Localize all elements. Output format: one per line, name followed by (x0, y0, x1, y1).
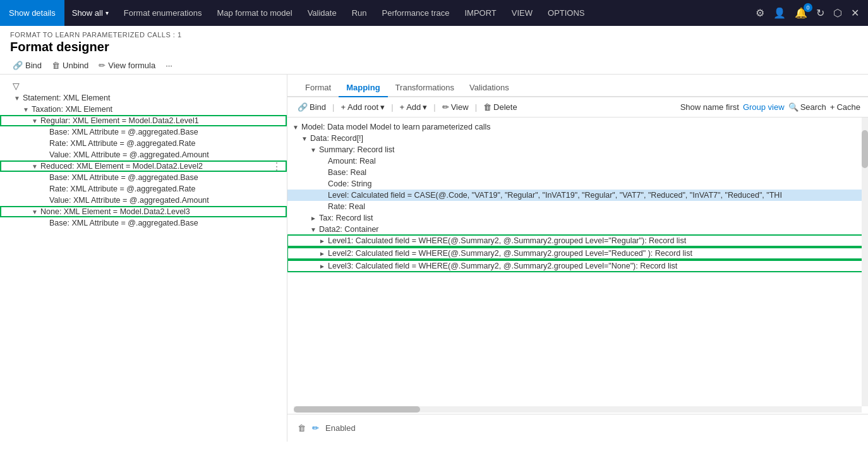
chevron-down-icon: ▾ (423, 102, 427, 112)
notification-icon[interactable]: 🔔 0 (792, 4, 810, 21)
tree-item-regular-base[interactable]: Base: XML Attribute = @.aggregated.Base (0, 126, 287, 138)
tree-item-reduced[interactable]: ▼ Reduced: XML Element = Model.Data2.Lev… (0, 160, 287, 172)
hscroll-thumb[interactable] (294, 406, 420, 413)
view-formula-button[interactable]: ✏ View formula (96, 59, 158, 71)
tab-transformations[interactable]: Transformations (388, 79, 462, 97)
toggle-icon (319, 169, 328, 176)
map-data[interactable]: ▼ Data: Record[!] (287, 133, 868, 144)
show-name-first-button[interactable]: Show name first (680, 102, 739, 112)
map-level2[interactable]: ► Level2: Calculated field = WHERE(@.Sum… (287, 248, 868, 259)
right-panel: Format Mapping Transformations Validatio… (287, 75, 868, 442)
user-icon[interactable]: 👤 (771, 4, 788, 21)
nav-performance-trace[interactable]: Performance trace (375, 0, 457, 26)
toggle-icon: ▼ (310, 226, 319, 233)
tree-item-none-base[interactable]: Base: XML Attribute = @.aggregated.Base (0, 217, 287, 229)
map-model[interactable]: ▼ Model: Data model Model to learn param… (287, 121, 868, 133)
toggle-icon (319, 203, 328, 210)
delete-status-icon[interactable]: 🗑 (298, 423, 306, 433)
settings-icon[interactable]: ⚙ (753, 4, 767, 21)
toggle-icon (40, 220, 49, 227)
tab-mapping[interactable]: Mapping (339, 79, 387, 97)
toggle-icon: ▼ (23, 106, 32, 113)
nav-view[interactable]: VIEW (504, 0, 540, 26)
toggle-icon: ▼ (301, 135, 310, 142)
tree-item-reduced-base[interactable]: Base: XML Attribute = @.aggregated.Base (0, 172, 287, 183)
delete-button[interactable]: 🗑 Delete (481, 101, 520, 113)
scrollbar-thumb[interactable] (862, 130, 868, 168)
horizontal-scrollbar[interactable] (294, 406, 862, 413)
trash-icon: 🗑 (483, 102, 491, 112)
map-level1[interactable]: ► Level1: Calculated field = WHERE(@.Sum… (287, 235, 868, 246)
nav-import[interactable]: IMPORT (457, 0, 503, 26)
tabs-bar: Format Mapping Transformations Validatio… (287, 75, 868, 97)
more-button[interactable]: ··· (163, 59, 175, 71)
chevron-down-icon: ▾ (105, 9, 109, 16)
map-level3[interactable]: ► Level3: Calculated field = WHERE(@.Sum… (287, 260, 868, 272)
show-details-button[interactable]: Show details (0, 0, 64, 26)
map-data2[interactable]: ▼ Data2: Container (287, 224, 868, 235)
row-action-icon[interactable]: ⋮ (272, 160, 282, 172)
breadcrumb: FORMAT TO LEARN PARAMETERIZED CALLS : 1 (0, 26, 868, 40)
nav-items: Show all ▾ Format enumerations Map forma… (64, 0, 753, 26)
format-toolbar: 🔗 Bind 🗑 Unbind ✏ View formula ··· (0, 57, 868, 75)
toggle-icon: ► (319, 238, 328, 245)
top-nav: Show details Show all ▾ Format enumerati… (0, 0, 868, 26)
view-button[interactable]: ✏ View (440, 101, 471, 113)
unbind-button[interactable]: 🗑 Unbind (49, 59, 91, 71)
group-view-button[interactable]: Group view (743, 102, 785, 112)
map-amount[interactable]: Amount: Real (287, 155, 868, 167)
tree-item-statement[interactable]: ▼ Statement: XML Element (0, 92, 287, 104)
bind-button[interactable]: 🔗 Bind (10, 59, 44, 71)
tree-item-reduced-value[interactable]: Value: XML Attribute = @.aggregated.Amou… (0, 195, 287, 206)
nav-run[interactable]: Run (344, 0, 375, 26)
nav-options[interactable]: OPTIONS (540, 0, 593, 26)
external-link-icon[interactable]: ⬡ (831, 4, 845, 21)
tree-item-regular-rate[interactable]: Rate: XML Attribute = @.aggregated.Rate (0, 138, 287, 149)
cache-button[interactable]: + Cache (830, 102, 860, 112)
refresh-icon[interactable]: ↻ (814, 4, 827, 21)
map-level[interactable]: Level: Calculated field = CASE(@.Code, "… (287, 190, 868, 201)
tree-item-reduced-rate[interactable]: Rate: XML Attribute = @.aggregated.Rate (0, 183, 287, 195)
toggle-icon: ▼ (32, 208, 40, 215)
filter-icon[interactable]: ▽ (13, 81, 20, 91)
bottom-bar: 🗑 ✏ Enabled (287, 414, 868, 442)
left-panel: ▽ ▼ Statement: XML Element ▼ Taxation: X… (0, 75, 287, 442)
toggle-icon (40, 140, 49, 147)
map-base[interactable]: Base: Real (287, 167, 868, 178)
tree-item-none[interactable]: ▼ None: XML Element = Model.Data2.Level3 (0, 206, 287, 217)
plus-icon: + (830, 102, 835, 112)
nav-format-enumerations[interactable]: Format enumerations (116, 0, 210, 26)
add-root-button[interactable]: + Add root ▾ (338, 101, 387, 113)
toggle-icon (40, 129, 49, 136)
tab-validations[interactable]: Validations (462, 79, 517, 97)
plus-icon: + (341, 102, 346, 112)
mapping-bind-button[interactable]: 🔗 Bind (295, 101, 329, 113)
map-rate[interactable]: Rate: Real (287, 201, 868, 212)
tree-item-taxation[interactable]: ▼ Taxation: XML Element (0, 104, 287, 115)
tree-item-regular[interactable]: ▼ Regular: XML Element = Model.Data2.Lev… (0, 115, 287, 126)
add-button[interactable]: + Add ▾ (397, 101, 430, 113)
edit-status-icon[interactable]: ✏ (312, 423, 319, 433)
notification-badge: 0 (804, 3, 812, 12)
tree-item-regular-value[interactable]: Value: XML Attribute = @.aggregated.Amou… (0, 149, 287, 160)
toggle-icon: ▼ (32, 118, 40, 124)
toggle-icon (319, 192, 328, 199)
toggle-icon (40, 174, 49, 181)
close-icon[interactable]: ✕ (848, 4, 862, 21)
nav-map-format-to-model[interactable]: Map format to model (209, 0, 299, 26)
toggle-icon: ▼ (14, 95, 23, 102)
tab-format[interactable]: Format (298, 79, 339, 97)
map-tax[interactable]: ► Tax: Record list (287, 212, 868, 224)
map-summary[interactable]: ▼ Summary: Record list (287, 144, 868, 155)
toggle-icon (319, 158, 328, 165)
link-icon: 🔗 (13, 61, 23, 70)
nav-show-all[interactable]: Show all ▾ (64, 0, 116, 26)
toggle-icon (319, 181, 328, 188)
page-title: Format designer (0, 40, 868, 57)
search-button[interactable]: 🔍 Search (788, 102, 826, 112)
pencil-icon: ✏ (99, 61, 105, 70)
toggle-icon (40, 186, 49, 193)
vertical-scrollbar[interactable] (862, 118, 868, 406)
map-code[interactable]: Code: String (287, 178, 868, 190)
nav-validate[interactable]: Validate (300, 0, 344, 26)
